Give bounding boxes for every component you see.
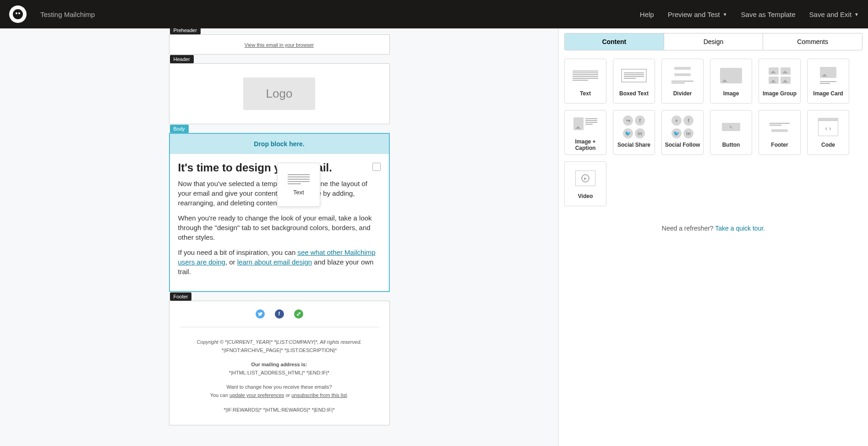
block-label: Text (580, 90, 591, 97)
preheader-block[interactable]: View this email in your browser (169, 34, 390, 55)
block-palette: TextBoxed TextDividerImageImage GroupIma… (559, 59, 868, 206)
topbar-actions: Help Preview and Test▼ Save as Template … (640, 11, 859, 18)
help-link[interactable]: Help (640, 11, 654, 18)
block-divider[interactable]: Divider (661, 59, 704, 104)
update-preferences-link[interactable]: update your preferences (229, 392, 284, 398)
drop-zone[interactable]: Drop block here. (170, 134, 389, 154)
footer-copyright: Copyright © *|CURRENT_YEAR|* *|LIST:COMP… (180, 338, 379, 347)
footer-mailing-label: Our mailing address is: (180, 361, 379, 369)
dragging-label: Text (293, 189, 304, 196)
chevron-down-icon: ▼ (723, 12, 727, 17)
social-row: f (180, 309, 379, 319)
block-image-caption[interactable]: Image + Caption (564, 110, 606, 155)
twitter-icon[interactable] (256, 309, 265, 319)
svg-point-1 (16, 12, 17, 14)
block-label: Boxed Text (619, 90, 649, 97)
footer-change: Want to change how you receive these ema… (180, 383, 379, 391)
body-section: Drop block here. It's time to design you… (169, 133, 390, 292)
refresher: Need a refresher? Take a quick tour. (559, 225, 868, 232)
block-text[interactable]: Text (564, 59, 606, 104)
save-as-template-button[interactable]: Save as Template (741, 11, 796, 18)
block-boxed-text[interactable]: Boxed Text (613, 59, 655, 104)
footer-block[interactable]: f Copyright © *|CURRENT_YEAR|* *|LIST:CO… (169, 301, 390, 425)
sidebar: Content Design Comments TextBoxed TextDi… (558, 28, 868, 446)
block-label: Button (722, 142, 740, 148)
tab-design[interactable]: Design (664, 33, 764, 50)
section-tag-preheader: Preheader (170, 28, 201, 34)
chevron-down-icon: ▼ (854, 12, 859, 17)
footer-divider (180, 327, 379, 327)
block-label: Divider (673, 90, 692, 97)
block-label: Social Follow (665, 142, 700, 148)
block-video[interactable]: ▶Video (564, 161, 606, 206)
block-social-follow[interactable]: +f🐦inSocial Follow (661, 110, 704, 155)
tabs: Content Design Comments (564, 33, 863, 50)
link-icon[interactable] (294, 309, 303, 319)
view-in-browser-link[interactable]: View this email in your browser (245, 42, 314, 48)
tab-comments[interactable]: Comments (763, 33, 862, 50)
footer-mailing-value: *|HTML:LIST_ADDRESS_HTML|* *|END:IF|* (180, 369, 379, 377)
move-handle-icon[interactable] (372, 163, 381, 171)
block-image[interactable]: Image (710, 59, 752, 104)
footer-rewards: *|IF:REWARDS|* *|HTML:REWARDS|* *|END:IF… (180, 406, 379, 414)
block-label: Image Card (813, 90, 843, 97)
main: Preheader View this email in your browse… (0, 28, 868, 446)
footer-prefs: You can update your preferences or unsub… (180, 391, 379, 400)
svg-point-0 (13, 9, 23, 19)
section-tag-header: Header (170, 55, 194, 63)
dragging-text-block[interactable]: Text (277, 163, 320, 207)
save-and-exit-menu[interactable]: Save and Exit▼ (809, 11, 859, 18)
preview-test-menu[interactable]: Preview and Test▼ (668, 11, 727, 18)
text-lines-icon (288, 174, 310, 184)
block-label: Image (723, 90, 739, 97)
body-paragraph: When you're ready to change the look of … (178, 213, 381, 242)
email-canvas: Preheader View this email in your browse… (0, 28, 558, 446)
block-label: Footer (771, 142, 788, 148)
block-image-card[interactable]: Image Card (807, 59, 849, 104)
topbar: Testing Mailchimp Help Preview and Test▼… (0, 0, 868, 28)
block-label: Code (821, 142, 835, 148)
footer-archive: *|IFNOT:ARCHIVE_PAGE|* *|LIST:DESCRIPTIO… (180, 347, 379, 355)
block-code[interactable]: ‹ ›Code (807, 110, 849, 155)
block-image-group[interactable]: Image Group (759, 59, 801, 104)
campaign-title: Testing Mailchimp (40, 11, 95, 18)
learn-design-link[interactable]: learn about email design (237, 258, 312, 266)
svg-point-2 (18, 12, 20, 14)
header-block[interactable]: Logo (169, 63, 390, 124)
logo-placeholder[interactable]: Logo (243, 77, 316, 110)
mailchimp-logo[interactable] (9, 6, 27, 23)
tab-content[interactable]: Content (565, 33, 664, 50)
section-tag-footer: Footer (170, 292, 192, 301)
section-tag-body: Body (170, 125, 189, 133)
quick-tour-link[interactable]: Take a quick tour (715, 225, 763, 232)
unsubscribe-link[interactable]: unsubscribe from this list (291, 392, 347, 398)
block-label: Video (578, 193, 593, 199)
body-paragraph: If you need a bit of inspiration, you ca… (178, 248, 381, 276)
block-label: Image Group (763, 90, 797, 97)
block-social-share[interactable]: ↪f🐦inSocial Share (613, 110, 655, 155)
block-footer[interactable]: Footer (759, 110, 801, 155)
block-label: Social Share (617, 142, 650, 148)
block-button[interactable]: ↖Button (710, 110, 752, 155)
facebook-icon[interactable]: f (275, 309, 284, 319)
email-preview: Preheader View this email in your browse… (169, 28, 390, 425)
block-label: Image + Caption (565, 138, 606, 151)
